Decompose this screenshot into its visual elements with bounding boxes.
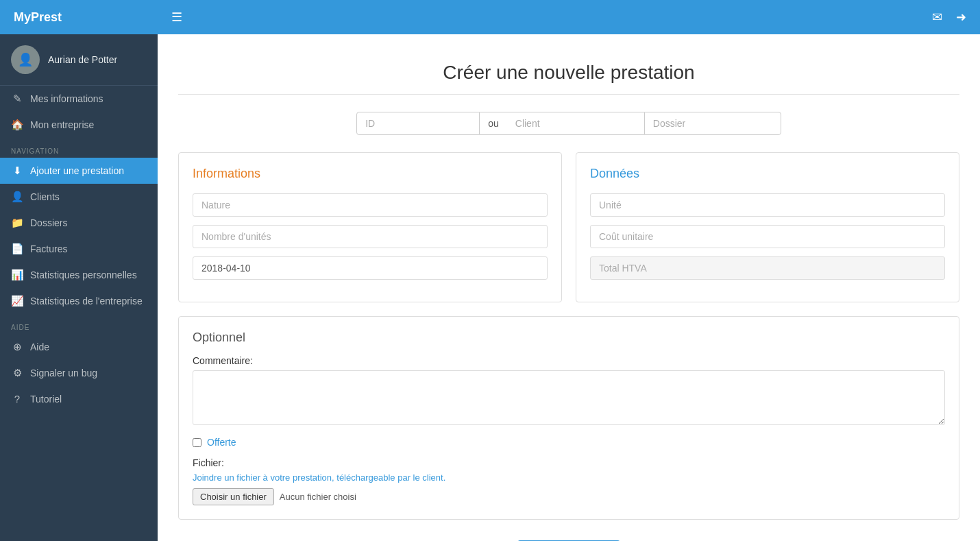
sidebar-item-signaler-bug[interactable]: ⚙ Signaler un bug — [0, 360, 158, 386]
optional-card: Optionnel Commentaire: Offerte Fichier: … — [178, 316, 959, 520]
donnees-card: Données — [576, 152, 959, 302]
fichier-label: Fichier: — [193, 457, 945, 468]
sidebar-item-statistiques-entreprise[interactable]: 📈 Statistiques de l'entreprise — [0, 288, 158, 314]
sidebar-item-aide[interactable]: ⊕ Aide — [0, 334, 158, 360]
fichier-link: Joindre un fichier à votre prestation, t… — [193, 472, 945, 483]
ou-label: ou — [480, 112, 507, 135]
avatar: 👤 — [11, 45, 40, 74]
chart-bar-icon: 📊 — [11, 269, 23, 281]
home-icon: 🏠 — [11, 119, 23, 131]
app-logo: MyPrest — [0, 0, 158, 34]
offerte-label: Offerte — [207, 437, 236, 448]
offerte-row: Offerte — [193, 437, 945, 448]
page-title: Créer une nouvelle prestation — [178, 62, 959, 84]
nature-input[interactable] — [193, 193, 548, 217]
logout-icon[interactable]: ➜ — [956, 10, 966, 25]
two-col-section: Informations Données — [178, 152, 959, 302]
submit-area: Ajouter — [178, 533, 959, 541]
informations-card: Informations — [178, 152, 562, 302]
nature-group — [193, 193, 548, 217]
date-input[interactable] — [193, 256, 548, 280]
client-input[interactable] — [507, 112, 644, 135]
id-input[interactable] — [356, 112, 480, 135]
file-icon: 📄 — [11, 243, 23, 255]
nombre-unites-group — [193, 225, 548, 248]
id-row: ou — [178, 112, 959, 135]
mail-icon[interactable]: ✉ — [932, 10, 942, 25]
cout-unitaire-group — [590, 225, 945, 248]
sidebar-username: Aurian de Potter — [48, 54, 117, 65]
file-row: Choisir un fichier Aucun fichier choisi — [193, 488, 945, 505]
page-title-bar: Créer une nouvelle prestation — [178, 48, 959, 95]
total-htva-group — [590, 256, 945, 280]
bug-icon: ⚙ — [11, 367, 23, 379]
download-icon: ⬇ — [11, 165, 23, 177]
user-icon: 👤 — [11, 191, 23, 203]
content-area: Créer une nouvelle prestation ou Informa… — [158, 34, 980, 541]
folder-icon: 📁 — [11, 217, 23, 229]
no-file-chosen-label: Aucun fichier choisi — [280, 492, 356, 502]
sidebar: MyPrest 👤 Aurian de Potter ✎ Mes informa… — [0, 0, 158, 541]
commentaire-textarea[interactable] — [193, 370, 945, 425]
nombre-unites-input[interactable] — [193, 225, 548, 248]
sidebar-item-factures[interactable]: 📄 Factures — [0, 236, 158, 262]
question-icon: ? — [11, 393, 23, 405]
dossier-input[interactable] — [644, 112, 781, 135]
informations-title: Informations — [193, 167, 548, 181]
menu-icon[interactable]: ☰ — [171, 10, 182, 25]
cout-unitaire-input[interactable] — [590, 225, 945, 248]
commentaire-label: Commentaire: — [193, 355, 945, 366]
offerte-checkbox[interactable] — [193, 438, 201, 447]
sidebar-item-dossiers[interactable]: 📁 Dossiers — [0, 210, 158, 236]
unite-group — [590, 193, 945, 217]
sidebar-item-mes-informations[interactable]: ✎ Mes informations — [0, 86, 158, 112]
topbar-right: ✉ ➜ — [932, 10, 966, 25]
donnees-title: Données — [590, 167, 945, 181]
sidebar-item-clients[interactable]: 👤 Clients — [0, 184, 158, 210]
date-group — [193, 256, 548, 280]
sidebar-item-statistiques-personnelles[interactable]: 📊 Statistiques personnelles — [0, 262, 158, 288]
unite-input[interactable] — [590, 193, 945, 217]
edit-icon: ✎ — [11, 93, 23, 105]
topbar: ☰ ✉ ➜ — [158, 0, 980, 34]
sidebar-item-tutoriel[interactable]: ? Tutoriel — [0, 386, 158, 411]
chart-pie-icon: 📈 — [11, 295, 23, 307]
optional-title: Optionnel — [193, 330, 945, 345]
navigation-label: NAVIGATION — [0, 138, 158, 158]
help-circle-icon: ⊕ — [11, 341, 23, 353]
topbar-left: ☰ — [171, 10, 182, 25]
sidebar-item-mon-entreprise[interactable]: 🏠 Mon entreprise — [0, 112, 158, 138]
sidebar-user: 👤 Aurian de Potter — [0, 34, 158, 86]
sidebar-item-ajouter-prestation[interactable]: ⬇ Ajouter une prestation — [0, 158, 158, 184]
main-area: ☰ ✉ ➜ Créer une nouvelle prestation ou — [158, 0, 980, 541]
aide-label: AIDE — [0, 314, 158, 334]
choose-file-button[interactable]: Choisir un fichier — [193, 488, 274, 505]
total-htva-input — [590, 256, 945, 280]
